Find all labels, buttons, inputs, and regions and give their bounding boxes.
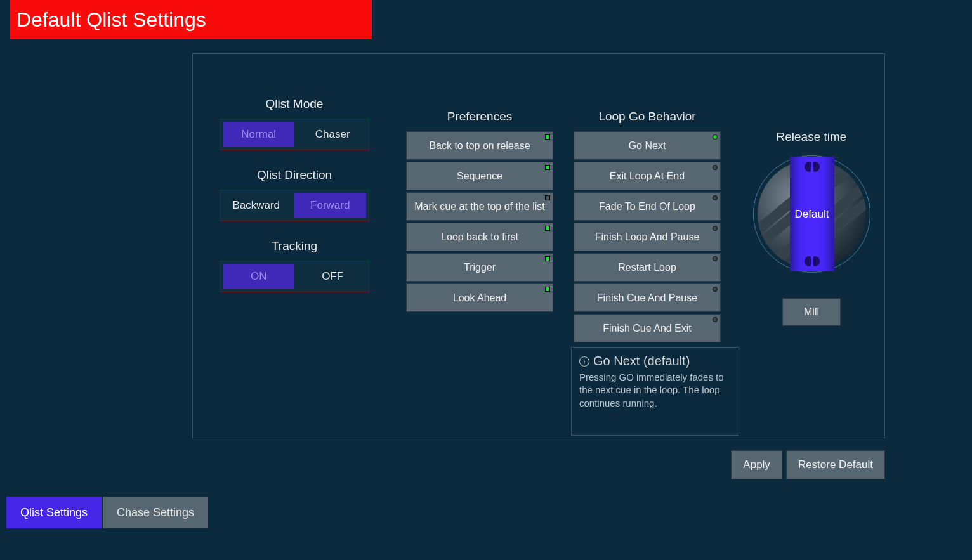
- settings-panel: Qlist Mode Normal Chaser Qlist Direction…: [192, 53, 885, 438]
- action-row: Apply Restore Default: [731, 450, 885, 479]
- info-title-row: i Go Next (default): [579, 354, 731, 368]
- checkbox-on-icon: [545, 226, 550, 231]
- loopgo-cue-exit[interactable]: Finish Cue And Exit: [574, 314, 721, 342]
- tracking-toggle: ON OFF: [220, 261, 369, 292]
- release-time-dial[interactable]: Default: [753, 155, 870, 273]
- page-title-bar: Default Qlist Settings: [10, 0, 372, 39]
- tracking-label: Tracking: [272, 239, 317, 253]
- dial-bar[interactable]: Default: [790, 157, 834, 271]
- grip-icon: [813, 256, 820, 266]
- qlist-mode-chaser[interactable]: Chaser: [297, 119, 369, 150]
- radio-on-icon: [713, 134, 718, 140]
- loop-go-list: Go Next Exit Loop At End Fade To End Of …: [574, 131, 721, 342]
- checkbox-on-icon: [545, 287, 550, 292]
- loopgo-finish-pause[interactable]: Finish Loop And Pause: [574, 223, 721, 251]
- qlist-direction-backward[interactable]: Backward: [221, 190, 292, 221]
- toggles-column: Qlist Mode Normal Chaser Qlist Direction…: [218, 97, 371, 310]
- qlist-mode-normal[interactable]: Normal: [223, 122, 295, 147]
- tracking-off[interactable]: OFF: [297, 261, 369, 292]
- release-time-label: Release time: [777, 130, 847, 144]
- pref-loop-back[interactable]: Loop back to first: [406, 223, 553, 251]
- qlist-direction-label: Qlist Direction: [257, 168, 332, 182]
- preferences-list: Back to top on release Sequence Mark cue…: [406, 131, 553, 312]
- qlist-mode-toggle: Normal Chaser: [220, 119, 369, 150]
- tab-chase-settings[interactable]: Chase Settings: [103, 497, 208, 528]
- apply-button[interactable]: Apply: [731, 450, 782, 479]
- restore-default-button[interactable]: Restore Default: [786, 450, 885, 479]
- qlist-direction-forward[interactable]: Forward: [294, 193, 366, 218]
- radio-off-icon: [713, 287, 718, 292]
- pref-look-ahead[interactable]: Look Ahead: [406, 283, 553, 312]
- tracking-on[interactable]: ON: [223, 264, 295, 289]
- checkbox-off-icon: [545, 195, 550, 200]
- checkbox-on-icon: [545, 256, 550, 261]
- preferences-label: Preferences: [447, 110, 512, 124]
- pref-trigger[interactable]: Trigger: [406, 253, 553, 282]
- qlist-mode-label: Qlist Mode: [266, 97, 324, 111]
- qlist-direction-toggle: Backward Forward: [220, 190, 369, 221]
- bottom-tabs: Qlist Settings Chase Settings: [6, 497, 208, 528]
- preferences-column: Preferences Back to top on release Seque…: [406, 110, 553, 312]
- pref-sequence[interactable]: Sequence: [406, 162, 553, 190]
- loopgo-restart[interactable]: Restart Loop: [574, 253, 721, 282]
- loopgo-cue-pause[interactable]: Finish Cue And Pause: [574, 283, 721, 312]
- pref-back-to-top[interactable]: Back to top on release: [406, 131, 553, 160]
- info-title: Go Next (default): [593, 354, 690, 368]
- page-title: Default Qlist Settings: [16, 8, 206, 32]
- loopgo-fade-end[interactable]: Fade To End Of Loop: [574, 192, 721, 221]
- pref-mark-cue[interactable]: Mark cue at the top of the list: [406, 192, 553, 221]
- checkbox-on-icon: [545, 134, 550, 140]
- grip-icon: [805, 162, 811, 172]
- info-body: Pressing GO immediately fades to the nex…: [579, 371, 731, 410]
- loopgo-go-next[interactable]: Go Next: [574, 131, 721, 160]
- radio-off-icon: [713, 226, 718, 231]
- release-time-value: Default: [795, 208, 829, 221]
- release-time-column: Release time Default Mili: [745, 130, 878, 326]
- loop-go-info: i Go Next (default) Pressing GO immediat…: [571, 347, 739, 436]
- info-icon: i: [579, 356, 589, 367]
- checkbox-on-icon: [545, 165, 550, 170]
- radio-off-icon: [713, 256, 718, 261]
- loop-go-label: Loop Go Behavior: [598, 110, 695, 124]
- release-time-unit-button[interactable]: Mili: [782, 298, 841, 326]
- tab-qlist-settings[interactable]: Qlist Settings: [6, 497, 102, 528]
- radio-off-icon: [713, 165, 718, 170]
- loop-go-column: Loop Go Behavior Go Next Exit Loop At En…: [574, 110, 721, 342]
- grip-icon: [805, 256, 811, 266]
- grip-icon: [813, 162, 820, 172]
- radio-off-icon: [713, 195, 718, 200]
- radio-off-icon: [713, 317, 718, 322]
- loopgo-exit-loop[interactable]: Exit Loop At End: [574, 162, 721, 190]
